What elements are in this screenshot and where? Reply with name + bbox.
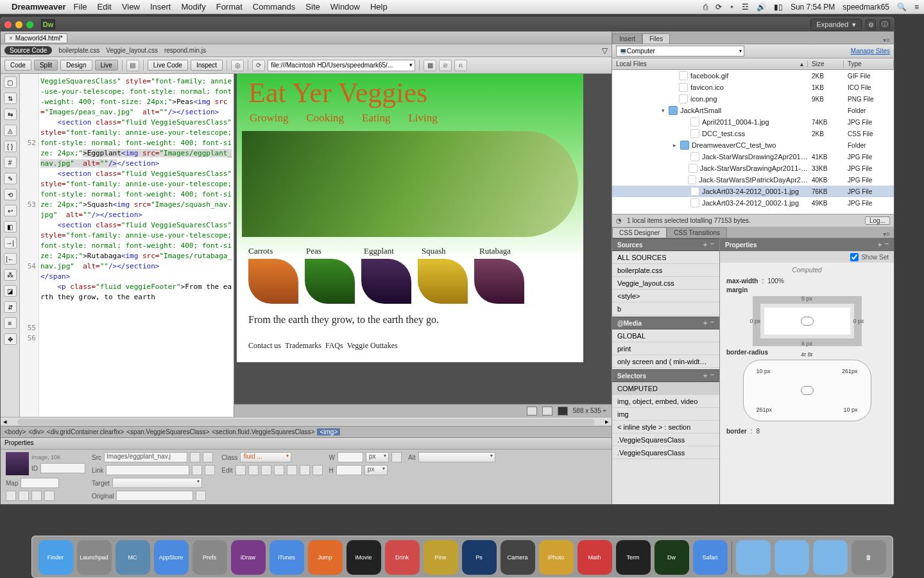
add-selector-icon[interactable]: ＋ — [702, 371, 708, 380]
selector-item[interactable]: img, object, embed, video — [612, 395, 719, 408]
tools-icon[interactable]: ✥ — [4, 333, 17, 345]
fluid-grid-icon[interactable]: ▤ — [126, 60, 139, 71]
poly-hotspot-icon[interactable] — [44, 491, 55, 501]
selector-item[interactable]: .VeggieSquaresClass — [612, 434, 719, 446]
properties-header[interactable]: Properties — [1, 438, 612, 450]
recent-icon[interactable]: ◪ — [4, 285, 17, 297]
selector-item[interactable]: COMPUTED — [612, 382, 719, 395]
browser-nav-back-icon[interactable]: ◎ — [231, 60, 244, 71]
log-button[interactable]: Log... — [865, 216, 890, 225]
tab-files[interactable]: Files — [642, 33, 670, 44]
nav-link[interactable]: Living — [408, 112, 437, 125]
related-file[interactable]: boilerplate.css — [58, 47, 99, 54]
source-item[interactable]: b — [612, 302, 719, 315]
tag-path[interactable]: <div> — [28, 428, 44, 435]
select-parent-icon[interactable]: ◬ — [4, 125, 17, 136]
crop-icon[interactable] — [274, 465, 284, 475]
rect-hotspot-icon[interactable] — [19, 491, 29, 501]
point-to-file-icon[interactable] — [190, 452, 200, 462]
word-wrap-icon[interactable]: ↩ — [4, 205, 17, 216]
indent-icon[interactable]: →| — [4, 237, 17, 249]
related-file[interactable]: Veggie_layout.css — [106, 47, 158, 54]
border-radius-box[interactable]: 4r 8r 10 px 261px 261px 10 px — [743, 360, 871, 421]
dock-app[interactable]: Ps — [462, 540, 497, 575]
file-row[interactable]: ▾JackArtSmallFolder — [612, 105, 894, 116]
status-icon[interactable]: ⎙ — [703, 3, 708, 12]
width-input[interactable] — [338, 452, 363, 462]
tag-path-selected[interactable]: <img> — [317, 428, 340, 435]
preview-icon[interactable]: ▦ — [424, 60, 436, 71]
move-icon[interactable]: ⇵ — [4, 301, 17, 313]
file-row[interactable]: JackArt03-24-2012_0001-1.jpg76KBJPG File — [612, 186, 894, 197]
remove-media-icon[interactable]: − — [710, 319, 714, 328]
resample-icon[interactable] — [287, 465, 297, 475]
brightness-icon[interactable] — [300, 465, 310, 475]
menu-insert[interactable]: Insert — [150, 2, 171, 12]
highlight-icon[interactable]: ✎ — [4, 173, 17, 184]
tag-path[interactable]: <body> — [4, 428, 26, 435]
media-item[interactable]: GLOBAL — [612, 329, 719, 342]
w-unit-select[interactable]: px — [366, 452, 389, 462]
file-row[interactable]: Jack-StarWarsStPatrickDayApr2…40KBJPG Fi… — [612, 174, 894, 186]
clock[interactable]: Sun 7:54 PM — [791, 3, 835, 12]
col-name[interactable]: Local Files ▴ — [612, 60, 808, 67]
nav-link[interactable]: Growing — [250, 112, 288, 125]
menu-site[interactable]: Site — [305, 2, 320, 12]
live-code-button[interactable]: Live Code — [148, 60, 188, 71]
dock-app[interactable]: Drink — [385, 540, 420, 575]
show-set-checkbox[interactable] — [850, 253, 859, 261]
selector-item[interactable]: < inline style > : section — [612, 421, 719, 434]
close-button[interactable] — [4, 21, 12, 28]
file-row[interactable]: Jack-StarWarsDrawing2Apr201…41KBJPG File — [612, 151, 894, 162]
code-hscroll[interactable]: ◂▸ — [1, 417, 612, 426]
comment-icon[interactable]: ⁂ — [4, 269, 17, 281]
footer-link[interactable]: Trademarks — [285, 341, 321, 351]
footer-link[interactable]: Veggie Outtakes — [347, 341, 398, 351]
source-item[interactable]: Veggie_layout.css — [612, 277, 719, 290]
dock-app[interactable]: iTunes — [270, 540, 304, 575]
file-row[interactable]: Jack-StarWarsDrawingApr2011-…33KBJPG Fil… — [612, 162, 894, 174]
browse-icon[interactable] — [205, 465, 215, 475]
close-tab-icon[interactable]: × — [9, 35, 13, 42]
code-pane[interactable]: 5253545556 VeggieSquaresClass" style="fo… — [20, 74, 234, 417]
user-menu[interactable]: speedmark65 — [843, 3, 889, 12]
collapse-icon[interactable]: ⇅ — [4, 92, 17, 104]
media-list[interactable]: GLOBAL print only screen and ( min-widt… — [612, 329, 719, 369]
tag-path[interactable]: <section.fluid.VeggieSquaresClass> — [212, 428, 314, 435]
refactor-icon[interactable]: ⟲ — [4, 189, 17, 200]
refresh-icon[interactable]: ⟳ — [252, 60, 265, 71]
file-row[interactable]: DCC_test.css2KBCSS File — [612, 128, 894, 139]
oval-hotspot-icon[interactable] — [31, 491, 42, 501]
tab-css-designer[interactable]: CSS Designer — [612, 227, 667, 238]
selectors-list[interactable]: COMPUTED img, object, embed, video img <… — [612, 382, 719, 504]
panel-menu-icon[interactable]: ▾≡ — [883, 231, 894, 238]
open-documents-icon[interactable]: ▢ — [4, 76, 17, 88]
pointer-tool-icon[interactable] — [6, 491, 16, 501]
selector-item[interactable]: .VeggieSquaresClass — [612, 446, 719, 459]
remove-source-icon[interactable]: − — [710, 240, 714, 249]
desktop-size-icon[interactable] — [558, 407, 568, 416]
target-select[interactable] — [112, 478, 202, 488]
workspace-switcher[interactable]: Expanded▾ — [810, 19, 862, 31]
file-mgmt-icon[interactable]: ⎚ — [439, 60, 452, 71]
media-item[interactable]: print — [612, 342, 719, 355]
css-properties-area[interactable]: Computed max-width:100% margin 5 px 6 px… — [720, 263, 894, 504]
dock-app[interactable]: Math — [578, 540, 612, 575]
file-row[interactable]: April2011_0004-1.jpg74KBJPG File — [612, 116, 894, 128]
dock-app[interactable]: AppStore — [154, 540, 189, 575]
panel-menu-icon[interactable]: ▾≡ — [883, 37, 894, 44]
sync-settings-icon[interactable]: ⚙ — [866, 19, 876, 30]
add-source-icon[interactable]: ＋ — [702, 240, 708, 249]
dock-app[interactable]: MC — [116, 540, 150, 575]
spotlight-icon[interactable]: 🔍 — [897, 3, 907, 12]
link-icon[interactable] — [801, 317, 814, 326]
height-input[interactable] — [336, 465, 362, 475]
col-type[interactable]: Type — [844, 60, 894, 67]
sources-list[interactable]: ALL SOURCES boilerplate.css Veggie_layou… — [612, 251, 719, 317]
link-icon[interactable] — [801, 386, 814, 395]
wifi-icon[interactable]: ☲ — [742, 3, 749, 12]
site-combo[interactable]: 💻 Computer — [616, 46, 744, 57]
code-text[interactable]: VeggieSquaresClass" style="font-family: … — [39, 74, 234, 417]
remove-prop-icon[interactable]: − — [885, 240, 889, 249]
add-prop-icon[interactable]: ＋ — [877, 240, 883, 249]
